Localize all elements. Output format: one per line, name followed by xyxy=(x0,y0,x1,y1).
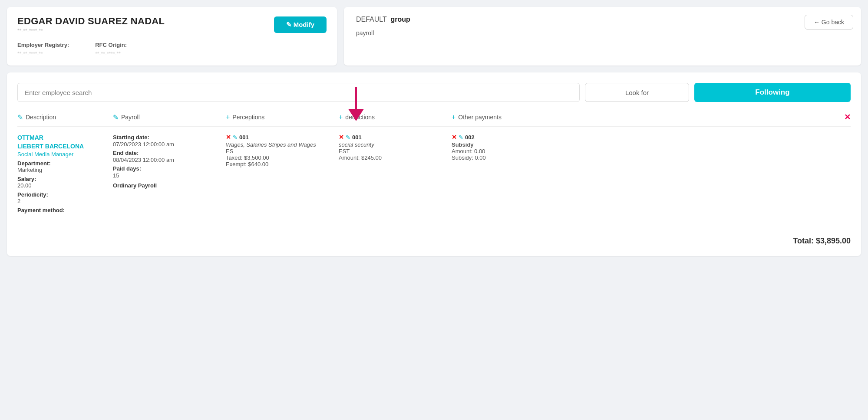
taxed-label: Taxed: xyxy=(226,154,242,161)
perception-taxed: Taxed: $3,500.00 xyxy=(226,154,332,161)
group-name: group xyxy=(390,16,410,23)
modify-button[interactable]: ✎ Modify xyxy=(274,16,327,33)
add-deductions-icon[interactable]: + xyxy=(339,113,343,121)
col-perceptions-label: Perceptions xyxy=(232,114,264,121)
col-description-header: ✎ Description xyxy=(17,112,113,122)
deduction-amount-label: Amount: xyxy=(339,154,360,161)
rfc-origin-value: **-**-****-** xyxy=(95,51,121,57)
col-other-label: Other payments xyxy=(458,114,502,121)
other-amount-label: Amount: xyxy=(452,148,472,154)
employee-card: EDGAR DAVID SUAREZ NADAL **-**-****-** ✎… xyxy=(7,7,337,66)
other-name: Subsidy xyxy=(452,141,844,148)
col-deductions-label: deductions xyxy=(345,114,375,121)
employee-first-name[interactable]: OTTMAR xyxy=(17,134,106,142)
deduction-amount-value: $245.00 xyxy=(361,154,382,161)
deduction-amount: Amount: $245.00 xyxy=(339,154,445,161)
add-perceptions-icon[interactable]: + xyxy=(226,113,230,121)
employee-id: **-**-****-** xyxy=(17,28,165,34)
delete-perception-icon[interactable]: ✕ xyxy=(226,134,231,141)
edit-payroll-icon[interactable]: ✎ xyxy=(113,113,119,121)
col-perceptions-header: + Perceptions xyxy=(226,112,339,122)
search-input[interactable] xyxy=(17,83,580,102)
deduction-entry: ✕ ✎ 001 social security EST Amount: $245… xyxy=(339,134,445,161)
employer-registry-field: Employer Registry: **-**-****-** xyxy=(17,42,69,57)
department-label: Department: xyxy=(17,160,106,167)
total-label: Total: xyxy=(793,236,814,246)
perception-name: Wages, Salaries Stripes and Wages xyxy=(226,141,332,148)
rfc-origin-field: RFC Origin: **-**-****-** xyxy=(95,42,127,57)
perception-type: ES xyxy=(226,148,332,154)
paid-days-label: Paid days: xyxy=(113,165,141,172)
other-subsidy-value: 0.00 xyxy=(475,154,486,161)
edit-perception-icon[interactable]: ✎ xyxy=(233,134,238,141)
edit-description-icon[interactable]: ✎ xyxy=(17,113,23,121)
exempt-value: $640.00 xyxy=(248,161,268,167)
edit-other-icon[interactable]: ✎ xyxy=(459,134,463,141)
payment-method-label: Payment method: xyxy=(17,207,106,213)
close-other-icon[interactable]: ✕ xyxy=(844,112,851,122)
row-payroll: Starting date: 07/20/2023 12:00:00 am En… xyxy=(113,134,226,220)
salary-value: 20.00 xyxy=(17,182,106,189)
col-payroll-label: Payroll xyxy=(121,114,140,121)
delete-other-icon[interactable]: ✕ xyxy=(452,134,457,141)
other-entry: ✕ ✎ 002 Subsidy Amount: 0.00 Subsidy: 0.… xyxy=(452,134,844,161)
perception-entry: ✕ ✎ 001 Wages, Salaries Stripes and Wage… xyxy=(226,134,332,167)
starting-date-value: 07/20/2023 12:00:00 am xyxy=(113,141,174,148)
search-bar: Look for Following xyxy=(17,83,851,102)
group-card: ← Go back DEFAULT group payroll xyxy=(344,7,861,66)
periodicity-label: Periodicity: xyxy=(17,191,106,198)
taxed-value: $3,500.00 xyxy=(244,154,269,161)
go-back-button[interactable]: ← Go back xyxy=(805,15,853,30)
paid-days-value: 15 xyxy=(113,172,119,179)
perception-exempt: Exempt: $640.00 xyxy=(226,161,332,167)
total-value: $3,895.00 xyxy=(816,236,851,246)
row-description: OTTMAR LIEBERT BARCELONA Social Media Ma… xyxy=(17,134,113,220)
following-button[interactable]: Following xyxy=(694,83,851,102)
employee-name: EDGAR DAVID SUAREZ NADAL xyxy=(17,16,165,27)
group-prefix: DEFAULT xyxy=(356,16,387,23)
starting-date-label: Starting date: xyxy=(113,134,149,141)
end-date-label: End date: xyxy=(113,150,139,156)
other-subsidy: Subsidy: 0.00 xyxy=(452,154,844,161)
look-for-button[interactable]: Look for xyxy=(585,83,689,102)
payroll-type: Ordinary Payroll xyxy=(113,182,219,189)
other-amount: Amount: 0.00 xyxy=(452,148,844,154)
exempt-label: Exempt: xyxy=(226,161,247,167)
payroll-label: payroll xyxy=(356,30,849,36)
periodicity-value: 2 xyxy=(17,198,106,204)
end-date-value: 08/04/2023 12:00:00 am xyxy=(113,157,174,163)
rfc-origin-label: RFC Origin: xyxy=(95,42,127,48)
employee-last-name[interactable]: LIEBERT BARCELONA xyxy=(17,142,106,151)
delete-deduction-icon[interactable]: ✕ xyxy=(339,134,344,141)
group-label: DEFAULT group xyxy=(356,16,849,23)
deduction-type: EST xyxy=(339,148,445,154)
main-section: Look for Following ✎ Description ✎ Payro… xyxy=(7,72,861,256)
perception-code: 001 xyxy=(239,134,249,141)
department-value: Marketing xyxy=(17,167,106,173)
other-amount-value: 0.00 xyxy=(474,148,485,154)
other-subsidy-label: Subsidy: xyxy=(452,154,473,161)
row-perceptions: ✕ ✎ 001 Wages, Salaries Stripes and Wage… xyxy=(226,134,339,220)
col-description-label: Description xyxy=(26,114,56,121)
row-deductions: ✕ ✎ 001 social security EST Amount: $245… xyxy=(339,134,452,220)
deduction-name: social security xyxy=(339,141,445,148)
add-other-icon[interactable]: + xyxy=(452,113,455,121)
salary-label: Salary: xyxy=(17,176,106,182)
employer-registry-label: Employer Registry: xyxy=(17,42,69,48)
edit-deduction-icon[interactable]: ✎ xyxy=(346,134,350,141)
employee-role[interactable]: Social Media Manager xyxy=(17,151,73,158)
table-row: OTTMAR LIEBERT BARCELONA Social Media Ma… xyxy=(17,134,851,220)
total-row: Total: $3,895.00 xyxy=(17,231,851,246)
col-payroll-header: ✎ Payroll xyxy=(113,112,226,122)
row-other: ✕ ✎ 002 Subsidy Amount: 0.00 Subsidy: 0.… xyxy=(452,134,851,220)
columns-header: ✎ Description ✎ Payroll + Perceptions + … xyxy=(17,112,851,127)
col-deductions-header: + deductions xyxy=(339,112,452,122)
col-other-header: + Other payments ✕ xyxy=(452,112,851,122)
deduction-code: 001 xyxy=(352,134,362,141)
employer-registry-value: **-**-****-** xyxy=(17,51,43,57)
other-code: 002 xyxy=(465,134,475,141)
